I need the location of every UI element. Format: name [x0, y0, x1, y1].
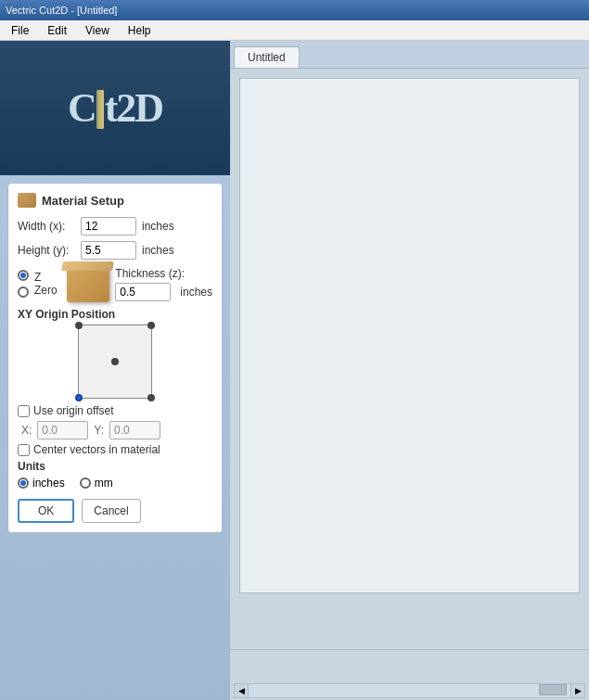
logo-area: Ct2D: [0, 41, 230, 175]
menu-file[interactable]: File: [4, 22, 36, 39]
material-setup-panel: Material Setup Width (x): inches Height …: [7, 183, 223, 533]
ok-button[interactable]: OK: [18, 499, 74, 523]
unit-inches-radio[interactable]: [18, 477, 29, 489]
button-row: OK Cancel: [18, 499, 212, 523]
scrollbar-row: ◀ ▶: [234, 683, 585, 698]
bottom-bar: ◀ ▶: [230, 649, 589, 700]
canvas-inner: [239, 78, 580, 593]
width-label: Width (x):: [18, 220, 81, 233]
scrollbar-track-h: [249, 683, 570, 698]
units-radios: inches mm: [18, 477, 212, 490]
xy-fields: X: Y:: [18, 421, 212, 439]
tab-untitled[interactable]: Untitled: [234, 46, 300, 68]
center-vectors-label: Center vectors in material: [33, 443, 160, 456]
canvas-area: [230, 69, 589, 649]
zzero-bottom-radio[interactable]: [18, 286, 29, 298]
x-input[interactable]: [37, 421, 88, 439]
height-label: Height (y):: [18, 244, 81, 257]
thickness-group: Thickness (z): inches: [115, 267, 212, 301]
menu-bar: File Edit View Help: [0, 20, 589, 41]
use-offset-label: Use origin offset: [33, 404, 114, 417]
units-label: Units: [18, 460, 212, 473]
main-layout: Ct2D Material Setup Width (x): inches He…: [0, 41, 589, 700]
use-offset-checkbox[interactable]: [18, 405, 30, 417]
origin-center[interactable]: [111, 358, 119, 365]
units-section: Units inches mm: [18, 460, 212, 490]
scroll-right-arrow[interactable]: ▶: [570, 683, 585, 698]
thickness-unit: inches: [180, 286, 212, 299]
menu-edit[interactable]: Edit: [40, 22, 74, 39]
width-unit: inches: [142, 220, 174, 233]
xy-origin-label: XY Origin Position: [18, 308, 212, 321]
unit-mm-radio[interactable]: [80, 477, 91, 489]
y-input[interactable]: [109, 421, 160, 439]
title-bar: Vectric Cut2D - [Untitled]: [0, 0, 589, 20]
material-3d-icon: [67, 265, 109, 302]
zzero-label: Z Zero: [34, 271, 61, 297]
unit-mm-label: mm: [95, 477, 113, 490]
app-logo: Ct2D: [68, 84, 162, 132]
unit-inches-option[interactable]: inches: [18, 477, 65, 490]
origin-bottom-left[interactable]: [75, 394, 83, 401]
thickness-label: Thickness (z):: [115, 267, 212, 280]
menu-help[interactable]: Help: [121, 22, 159, 39]
thickness-input[interactable]: [115, 283, 171, 301]
width-row: Width (x): inches: [18, 217, 212, 235]
center-vectors-checkbox[interactable]: [18, 444, 30, 456]
origin-top-left[interactable]: [75, 322, 83, 329]
panel-title: Material Setup: [42, 194, 124, 208]
scrollbar-thumb-h[interactable]: [539, 684, 567, 695]
window-title: Vectric Cut2D - [Untitled]: [6, 5, 117, 16]
x-label: X:: [21, 424, 32, 437]
origin-grid: [78, 325, 152, 399]
menu-view[interactable]: View: [78, 22, 117, 39]
width-input[interactable]: [81, 217, 136, 235]
scroll-left-arrow[interactable]: ◀: [234, 683, 249, 698]
left-panel: Ct2D Material Setup Width (x): inches He…: [0, 41, 230, 700]
y-label: Y:: [94, 424, 104, 437]
use-offset-row: Use origin offset: [18, 404, 212, 417]
height-row: Height (y): inches: [18, 241, 212, 260]
origin-top-right[interactable]: [147, 322, 155, 329]
right-panel: Untitled ◀ ▶: [230, 41, 589, 700]
material-icon-small: [18, 193, 36, 208]
unit-mm-option[interactable]: mm: [80, 477, 113, 490]
zzero-section: Z Zero Thickness (z): inches: [18, 265, 212, 302]
origin-bottom-right[interactable]: [147, 394, 155, 401]
height-input[interactable]: [81, 241, 136, 260]
thickness-row: inches: [115, 283, 212, 301]
cancel-button[interactable]: Cancel: [82, 499, 140, 523]
tab-bar: Untitled: [230, 41, 589, 69]
zzero-radios: [18, 270, 29, 298]
zzero-top-radio[interactable]: [18, 270, 29, 281]
center-vectors-row: Center vectors in material: [18, 443, 212, 456]
unit-inches-label: inches: [32, 477, 65, 490]
height-unit: inches: [142, 244, 174, 257]
panel-header: Material Setup: [18, 193, 212, 208]
